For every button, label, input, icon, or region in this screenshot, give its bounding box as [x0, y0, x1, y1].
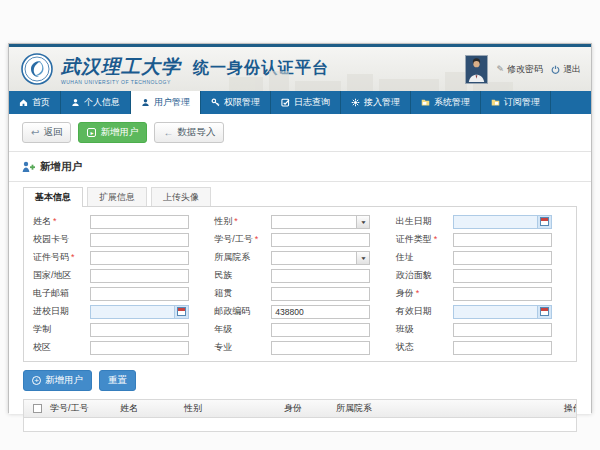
text-input-address[interactable]: [453, 251, 552, 265]
app-window: 武汉理工大学 统一身份认证平台 WUHAN UNIVERSITY OF TECH…: [8, 43, 592, 413]
tab-extended-info[interactable]: 扩展信息: [87, 187, 147, 206]
text-input-grade[interactable]: [271, 323, 370, 337]
data-import-button[interactable]: ← 数据导入: [154, 122, 224, 143]
tab-basic-info[interactable]: 基本信息: [23, 187, 83, 207]
chevron-down-icon: ▼: [360, 219, 367, 225]
text-input-name[interactable]: [90, 215, 189, 229]
main-nav: 首页 个人信息 用户管理 权限管理 日志查询 接入管理 系统管理 订阅管理: [9, 91, 591, 114]
date-input-enroll-date[interactable]: [90, 305, 189, 319]
form-field-birth-date: 出生日期*: [391, 214, 572, 229]
power-icon: [551, 65, 560, 74]
nav-item-profile[interactable]: 个人信息: [61, 91, 131, 114]
pencil-icon: ✎: [496, 64, 504, 74]
tab-upload-avatar[interactable]: 上传头像: [151, 187, 211, 206]
logout-label: 退出: [563, 63, 581, 76]
nav-item-logs[interactable]: 日志查询: [271, 91, 341, 114]
text-input-class[interactable]: [453, 323, 552, 337]
form-field-address: 住址*: [391, 250, 572, 265]
import-arrow-icon: ←: [163, 128, 173, 138]
date-input-birth-date[interactable]: [453, 215, 552, 229]
form-field-campus: 校区*: [28, 340, 209, 355]
text-input-campus[interactable]: [90, 341, 189, 355]
nav-item-system[interactable]: 系统管理: [411, 91, 481, 114]
back-button-label: 返回: [43, 126, 62, 139]
text-input-email[interactable]: [90, 287, 189, 301]
form-actions: + 新增用户 重置: [23, 370, 577, 391]
data-import-label: 数据导入: [177, 126, 215, 139]
form-field-country: 国家/地区*: [28, 268, 209, 283]
form-field-name: 姓名*: [28, 214, 209, 229]
select-all-checkbox[interactable]: [33, 404, 42, 413]
text-input-postal-code[interactable]: 438800: [271, 305, 370, 319]
form-field-ethnicity: 民族*: [209, 268, 390, 283]
header: 武汉理工大学 统一身份认证平台 WUHAN UNIVERSITY OF TECH…: [9, 47, 591, 91]
form-field-grade: 年级*: [209, 322, 390, 337]
form-field-study-length: 学制*: [28, 322, 209, 337]
form-field-identity: 身份*: [391, 286, 572, 301]
text-input-status[interactable]: [453, 341, 552, 355]
users-table: 学号/工号姓名性别身份所属院系操作: [23, 399, 577, 432]
column-header-5: 所属院系: [332, 402, 560, 415]
form-field-major: 专业*: [209, 340, 390, 355]
home-icon: [19, 98, 28, 107]
university-logo-icon: [21, 53, 53, 85]
add-user-icon: ▸: [87, 128, 96, 137]
text-input-study-length[interactable]: [90, 323, 189, 337]
text-input-political[interactable]: [453, 269, 552, 283]
nav-item-subscription[interactable]: 订阅管理: [481, 91, 551, 114]
change-password-link[interactable]: ✎ 修改密码: [496, 63, 543, 76]
column-header-4: 身份: [280, 402, 332, 415]
toolbar: ↩ 返回 ▸ 新增用户 ← 数据导入: [9, 114, 591, 151]
form-field-enroll-date: 进校日期*: [28, 304, 209, 319]
page-title: 新增用户: [40, 160, 82, 174]
submit-add-user-button[interactable]: + 新增用户: [23, 370, 92, 391]
reset-button[interactable]: 重置: [99, 370, 136, 391]
key-icon: [211, 98, 220, 107]
form-field-gender: 性别* ▼: [209, 214, 390, 229]
column-header-1: 学号/工号: [46, 402, 116, 415]
back-button[interactable]: ↩ 返回: [22, 122, 71, 143]
section-header: 新增用户: [9, 152, 591, 181]
nav-item-users[interactable]: 用户管理: [131, 91, 201, 114]
dropdown-button-gender[interactable]: ▼: [356, 216, 369, 228]
person-icon: [71, 98, 80, 107]
form-field-class: 班级*: [391, 322, 572, 337]
datepicker-button-enroll-date[interactable]: [174, 306, 188, 318]
date-input-valid-date[interactable]: [453, 305, 552, 319]
text-input-campus-card[interactable]: [90, 233, 189, 247]
text-input-id-number[interactable]: [90, 251, 189, 265]
avatar: [465, 55, 488, 84]
text-input-country[interactable]: [90, 269, 189, 283]
select-input-department[interactable]: ▼: [271, 251, 370, 265]
log-icon: [281, 98, 290, 107]
datepicker-button-birth-date[interactable]: [537, 216, 551, 228]
form-field-email: 电子邮箱*: [28, 286, 209, 301]
nav-item-access[interactable]: 接入管理: [341, 91, 411, 114]
gear-icon: [351, 98, 360, 107]
text-input-native-place[interactable]: [271, 287, 370, 301]
datepicker-button-valid-date[interactable]: [537, 306, 551, 318]
nav-item-home[interactable]: 首页: [9, 91, 61, 114]
form-field-valid-date: 有效日期*: [391, 304, 572, 319]
user-box: ✎ 修改密码 退出: [465, 47, 581, 91]
plus-circle-icon: +: [32, 376, 41, 385]
text-input-major[interactable]: [271, 341, 370, 355]
text-input-identity[interactable]: [453, 287, 552, 301]
content-area: ↩ 返回 ▸ 新增用户 ← 数据导入 新增用户: [9, 114, 591, 414]
add-user-toolbar-button[interactable]: ▸ 新增用户: [78, 122, 147, 143]
logout-link[interactable]: 退出: [551, 63, 581, 76]
reset-button-label: 重置: [108, 374, 127, 387]
select-all-cell: [24, 404, 46, 413]
select-input-gender[interactable]: ▼: [271, 215, 370, 229]
calendar-icon: [540, 307, 549, 316]
form-field-status: 状态*: [391, 340, 572, 355]
dropdown-button-department[interactable]: ▼: [356, 252, 369, 264]
form-field-native-place: 籍贯*: [209, 286, 390, 301]
users-table-empty-row: [24, 418, 576, 431]
text-input-ethnicity[interactable]: [271, 269, 370, 283]
nav-item-permissions[interactable]: 权限管理: [201, 91, 271, 114]
text-input-student-id[interactable]: [271, 233, 370, 247]
text-input-id-type[interactable]: [453, 233, 552, 247]
university-name: 武汉理工大学: [61, 54, 181, 80]
add-user-section-icon: [22, 158, 35, 176]
